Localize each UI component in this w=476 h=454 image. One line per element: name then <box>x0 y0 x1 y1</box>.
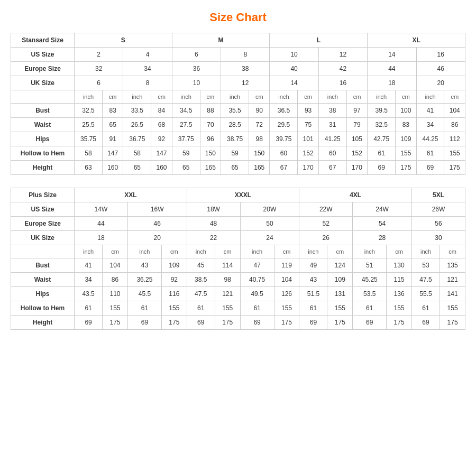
us-m2: 8 <box>221 48 270 62</box>
plus-waist-5: 98 <box>215 273 240 287</box>
plus-height-7: 175 <box>274 316 299 330</box>
plus-uk-3: 24 <box>240 231 299 245</box>
standard-size-label: Stansard Size <box>11 33 75 48</box>
plus-bust-label: Bust <box>11 258 75 273</box>
unit-empty <box>11 90 75 104</box>
bust-label: Bust <box>11 104 75 118</box>
height-12: 69 <box>368 161 396 175</box>
plus-uk-0: 18 <box>75 231 128 245</box>
eu-m1: 36 <box>172 62 221 76</box>
hollow-0: 58 <box>75 146 103 161</box>
bust-13: 100 <box>396 104 416 118</box>
plus-height-3: 175 <box>161 316 187 330</box>
plus-us-size-label: US Size <box>11 202 75 217</box>
height-14: 69 <box>416 161 444 175</box>
plus-waist-11: 115 <box>387 273 412 287</box>
xl-header: XL <box>368 33 465 48</box>
plus-hips-12: 55.5 <box>411 287 440 301</box>
uk-l1: 14 <box>270 76 318 90</box>
plus-waist-8: 43 <box>299 273 327 287</box>
unit-7: cm <box>249 90 270 104</box>
height-3: 160 <box>151 161 172 175</box>
plus-bust-2: 43 <box>127 258 161 273</box>
plus-uk-2: 22 <box>187 231 240 245</box>
waist-14: 34 <box>416 118 444 132</box>
hollow-13: 155 <box>396 146 416 161</box>
hollow-12: 61 <box>368 146 396 161</box>
waist-2: 26.5 <box>123 118 151 132</box>
plus-height-13: 175 <box>440 316 465 330</box>
plus-unit-7: cm <box>274 245 299 258</box>
plus-waist-4: 38.5 <box>187 273 215 287</box>
waist-12: 32.5 <box>368 118 396 132</box>
plus-bust-12: 53 <box>411 258 440 273</box>
plus-height-4: 69 <box>187 316 215 330</box>
plus-eu-1: 46 <box>127 217 187 231</box>
plus-size-label: Plus Size <box>11 188 75 202</box>
us-xl1: 14 <box>368 48 416 62</box>
hips-12: 42.75 <box>368 132 396 146</box>
us-size-label: US Size <box>11 48 75 62</box>
hips-5: 96 <box>200 132 221 146</box>
waist-5: 70 <box>200 118 221 132</box>
bust-0: 32.5 <box>75 104 103 118</box>
bust-1: 83 <box>102 104 123 118</box>
plus-unit-5: cm <box>215 245 240 258</box>
hips-13: 109 <box>396 132 416 146</box>
height-9: 170 <box>298 161 318 175</box>
standard-size-chart: Stansard Size S M L XL US Size 2 4 6 8 1… <box>11 33 465 175</box>
plus-uk-label: UK Size <box>11 231 75 245</box>
bust-10: 38 <box>318 104 346 118</box>
hips-14: 44.25 <box>416 132 444 146</box>
plus-unit-0: inch <box>75 245 103 258</box>
hips-4: 37.75 <box>172 132 200 146</box>
plus-unit-6: inch <box>240 245 274 258</box>
plus-waist-9: 109 <box>327 273 353 287</box>
unit-9: cm <box>298 90 318 104</box>
plus-waist-0: 34 <box>75 273 103 287</box>
us-l2: 12 <box>318 48 367 62</box>
plus-us-4: 22W <box>299 202 353 217</box>
waist-8: 29.5 <box>270 118 298 132</box>
plus-bust-7: 119 <box>274 258 299 273</box>
waist-13: 83 <box>396 118 416 132</box>
bust-8: 36.5 <box>270 104 298 118</box>
us-l1: 10 <box>270 48 318 62</box>
height-11: 170 <box>346 161 367 175</box>
plus-europe-label: Europe Size <box>11 217 75 231</box>
plus-hips-0: 43.5 <box>75 287 103 301</box>
plus-hollow-13: 155 <box>440 301 465 316</box>
hips-3: 92 <box>151 132 172 146</box>
waist-11: 79 <box>346 118 367 132</box>
plus-height-8: 69 <box>299 316 327 330</box>
bust-12: 39.5 <box>368 104 396 118</box>
plus-bust-13: 135 <box>440 258 465 273</box>
height-15: 175 <box>444 161 465 175</box>
bust-4: 34.5 <box>172 104 200 118</box>
hips-label: Hips <box>11 132 75 146</box>
us-m1: 6 <box>172 48 221 62</box>
eu-s1: 32 <box>75 62 123 76</box>
plus-unit-13: cm <box>440 245 465 258</box>
plus-hips-2: 45.5 <box>127 287 161 301</box>
plus-bust-0: 41 <box>75 258 103 273</box>
plus-height-9: 175 <box>327 316 353 330</box>
hips-15: 112 <box>444 132 465 146</box>
plus-size-chart: Plus Size XXL XXXL 4XL 5XL US Size 14W 1… <box>11 188 465 330</box>
plus-unit-9: cm <box>327 245 353 258</box>
plus-us-1: 16W <box>127 202 187 217</box>
unit-3: cm <box>151 90 172 104</box>
plus-bust-4: 45 <box>187 258 215 273</box>
plus-hollow-12: 61 <box>411 301 440 316</box>
eu-l2: 42 <box>318 62 367 76</box>
hollow-2: 58 <box>123 146 151 161</box>
height-label: Height <box>11 161 75 175</box>
4xl-header: 4XL <box>299 188 412 202</box>
hips-8: 39.75 <box>270 132 298 146</box>
bust-15: 104 <box>444 104 465 118</box>
plus-hips-8: 51.5 <box>299 287 327 301</box>
unit-10: inch <box>318 90 346 104</box>
bust-11: 97 <box>346 104 367 118</box>
waist-1: 65 <box>102 118 123 132</box>
height-6: 65 <box>221 161 249 175</box>
